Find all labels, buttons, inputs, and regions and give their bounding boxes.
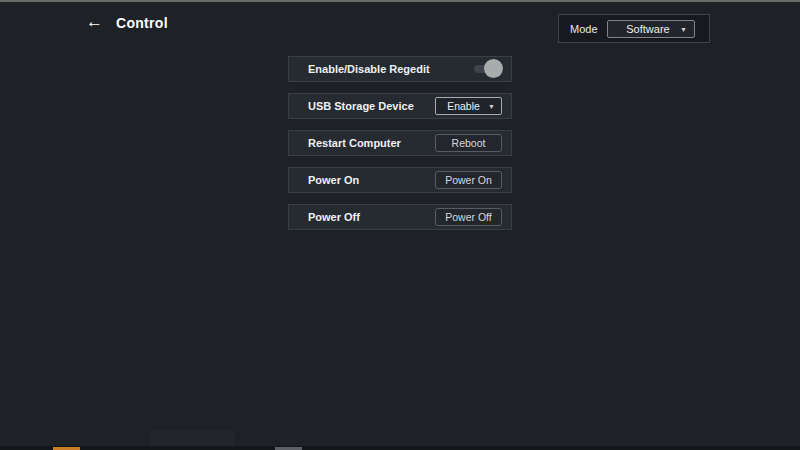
row-regedit-label: Enable/Disable Regedit — [308, 63, 430, 75]
row-regedit: Enable/Disable Regedit — [288, 56, 512, 82]
taskbar-edge[interactable] — [0, 446, 800, 450]
power-on-button[interactable]: Power On — [435, 171, 502, 189]
row-power-off-label: Power Off — [308, 211, 360, 223]
row-power-on: Power On Power On — [288, 167, 512, 193]
reboot-button[interactable]: Reboot — [435, 134, 502, 152]
row-restart-label: Restart Computer — [308, 137, 401, 149]
row-usb-storage-label: USB Storage Device — [308, 100, 414, 112]
power-off-button[interactable]: Power Off — [435, 208, 502, 226]
row-restart: Restart Computer Reboot — [288, 130, 512, 156]
row-power-on-label: Power On — [308, 174, 359, 186]
taskbar-highlight-region — [150, 430, 235, 447]
mode-label: Mode — [570, 23, 598, 35]
mode-panel: Mode Software ▼ — [558, 14, 710, 43]
toggle-knob — [484, 59, 503, 78]
control-rows: Enable/Disable Regedit USB Storage Devic… — [288, 56, 512, 241]
back-arrow-icon[interactable]: ← — [86, 13, 103, 30]
chevron-down-icon: ▼ — [680, 26, 687, 33]
mode-dropdown-value: Software — [626, 23, 669, 35]
regedit-toggle[interactable] — [474, 59, 502, 79]
row-power-off: Power Off Power Off — [288, 204, 512, 230]
page-title: Control — [116, 15, 168, 31]
row-usb-storage: USB Storage Device Enable ▼ — [288, 93, 512, 119]
usb-storage-dropdown-value: Enable — [447, 100, 480, 112]
mode-dropdown[interactable]: Software ▼ — [607, 20, 695, 38]
chevron-down-icon: ▼ — [488, 103, 495, 110]
usb-storage-dropdown[interactable]: Enable ▼ — [435, 97, 502, 115]
